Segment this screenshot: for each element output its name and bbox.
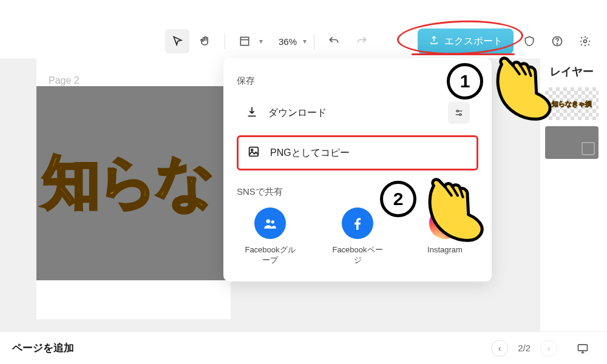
share-label: Facebookグループ <box>242 245 299 266</box>
svg-point-12 <box>271 220 274 223</box>
undo-button[interactable] <box>322 29 346 53</box>
download-row[interactable]: ダウンロード <box>237 95 478 130</box>
share-label: Facebookページ <box>329 245 386 266</box>
zoom-level[interactable]: 36% <box>275 36 300 47</box>
download-settings-button[interactable] <box>448 102 470 124</box>
image-icon <box>247 145 260 161</box>
export-button[interactable]: エクスポート <box>418 29 514 54</box>
artwork[interactable]: 知らな <box>36 86 231 280</box>
svg-point-15 <box>447 220 449 221</box>
svg-point-11 <box>266 220 271 224</box>
cursor-icon <box>171 35 183 47</box>
canvas[interactable]: Page 2 知らな <box>36 58 231 319</box>
export-label: エクスポート <box>444 35 503 48</box>
help-button[interactable] <box>545 29 569 53</box>
copy-png-label: PNGとしてコピー <box>270 147 468 160</box>
svg-point-14 <box>443 221 447 226</box>
frame-tool[interactable] <box>232 29 257 53</box>
shield-button[interactable] <box>517 29 541 53</box>
select-tool[interactable] <box>165 29 189 53</box>
svg-rect-9 <box>249 147 259 157</box>
help-icon <box>551 35 563 47</box>
page-indicator: 2/2 <box>518 343 531 353</box>
hand-icon <box>199 35 211 47</box>
upload-icon <box>429 35 439 48</box>
share-facebook-group[interactable]: Facebookグループ <box>242 207 299 266</box>
export-popover: 保存 ダウンロード PNGとしてコピー SNSで共有 Facebookグループ … <box>223 58 492 281</box>
separator <box>314 33 314 49</box>
pager: ‹ 2/2 › <box>491 340 557 357</box>
layers-title: レイヤー <box>540 58 603 87</box>
facebook-group-icon <box>254 207 286 239</box>
layers-panel: レイヤー 知らなきゃ損 <box>540 58 603 331</box>
save-section-title: 保存 <box>237 75 478 87</box>
chevron-down-icon[interactable]: ▾ <box>259 37 263 46</box>
redo-icon <box>356 35 368 47</box>
svg-point-10 <box>251 149 253 151</box>
copy-png-row[interactable]: PNGとしてコピー <box>237 135 478 170</box>
footer: ページを追加 ‹ 2/2 › <box>0 331 607 364</box>
gear-icon <box>579 35 591 47</box>
svg-point-8 <box>459 114 461 116</box>
share-label: Instagram <box>427 245 463 255</box>
next-page-button[interactable]: › <box>540 340 557 357</box>
artwork-text: 知らな <box>42 144 212 223</box>
hand-tool[interactable] <box>193 29 217 53</box>
svg-rect-16 <box>578 345 588 351</box>
present-icon <box>577 342 589 354</box>
undo-icon <box>328 35 340 47</box>
svg-point-4 <box>584 40 587 43</box>
present-button[interactable] <box>571 336 595 360</box>
redo-button[interactable] <box>350 29 374 53</box>
layer-thumb-2[interactable] <box>545 126 599 159</box>
share-section-title: SNSで共有 <box>237 186 478 198</box>
download-icon <box>245 105 259 121</box>
chevron-down-icon[interactable]: ▾ <box>303 37 307 46</box>
download-label: ダウンロード <box>268 107 438 120</box>
page-label: Page 2 <box>49 75 80 86</box>
svg-point-7 <box>456 110 458 112</box>
share-facebook-page[interactable]: Facebookページ <box>329 207 386 266</box>
prev-page-button[interactable]: ‹ <box>491 340 508 357</box>
share-instagram[interactable]: Instagram <box>416 207 473 266</box>
facebook-icon <box>342 207 373 239</box>
svg-point-3 <box>557 44 557 44</box>
frame-icon <box>239 35 251 47</box>
svg-rect-0 <box>240 37 248 45</box>
instagram-icon <box>429 207 461 239</box>
add-page-button[interactable]: ページを追加 <box>12 341 74 355</box>
top-toolbar: ▾ 36% ▾ エクスポート <box>0 24 607 58</box>
layer-thumb-1[interactable]: 知らなきゃ損 <box>545 87 599 120</box>
shield-icon <box>523 35 535 47</box>
separator <box>225 33 225 49</box>
settings-button[interactable] <box>573 29 597 53</box>
